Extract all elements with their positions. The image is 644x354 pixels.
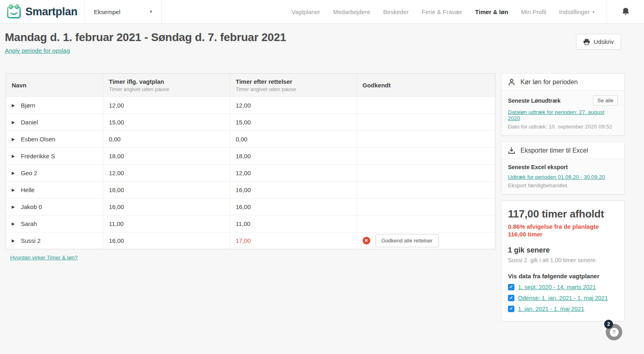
schedule-link[interactable]: 1. jan. 2021 - 1. maj 2021	[518, 306, 584, 312]
nav-item-indstillinger[interactable]: Indstillinger▾	[553, 0, 601, 23]
column-subtitle: Timer angivet uden pause	[109, 86, 224, 92]
hours-table-card: Navn Timer iflg. vagtplan Timer angivet …	[6, 73, 495, 249]
expand-row-icon[interactable]: ▶	[12, 154, 15, 158]
left-late-detail: Sussi 2. gik i alt 1,00 timer senere.	[508, 257, 618, 263]
nav-item-vagtplaner[interactable]: Vagtplaner	[285, 0, 326, 23]
notifications-button[interactable]	[607, 0, 644, 23]
planned-hours-value: 12,00	[103, 97, 230, 114]
approved-cell	[357, 215, 495, 232]
hours-table-header: Navn Timer iflg. vagtplan Timer angivet …	[6, 74, 495, 97]
planned-hours-value: 16,00	[103, 198, 230, 215]
nav-item-timer-løn[interactable]: Timer & løn	[469, 0, 514, 23]
page-header-left: Mandag d. 1. februar 2021 - Søndag d. 7.…	[5, 31, 576, 54]
nav-item-label: Beskeder	[383, 8, 409, 15]
set-period-link[interactable]: Angiv periode for opslag	[5, 47, 70, 54]
schedules-filter-list: ✓1. sept. 2020 - 14. marts 2021✓Odense: …	[508, 284, 618, 312]
planned-hours-value: 11,00	[103, 215, 230, 232]
expand-row-icon[interactable]: ▶	[12, 171, 15, 175]
table-row: ▶Sussi 216,0017,00✕Godkend alle rettelse…	[6, 232, 495, 249]
column-subtitle: Timer angivet uden pause	[236, 86, 351, 92]
approved-cell: ✕Godkend alle rettelser	[357, 232, 495, 249]
page-title: Mandag d. 1. februar 2021 - Søndag d. 7.…	[5, 31, 576, 44]
corrected-hours-value: 17,00	[230, 232, 357, 249]
expand-row-icon[interactable]: ▶	[12, 137, 15, 141]
table-row: ▶Geo 212,0012,00	[6, 164, 495, 181]
person-icon	[508, 79, 515, 86]
expand-row-icon[interactable]: ▶	[12, 120, 15, 124]
payroll-export-meta: Dato for udtræk: 10. september 2020 09:5…	[508, 124, 618, 130]
planned-hours-value: 15,00	[103, 114, 230, 130]
nav-item-label: Timer & løn	[475, 8, 508, 15]
corrected-hours-value: 16,00	[230, 181, 357, 198]
planned-hours-value: 18,00	[103, 147, 230, 164]
nav-item-min-profil[interactable]: Min Profil	[515, 0, 553, 23]
approve-all-corrections-button[interactable]: Godkend alle rettelser	[376, 234, 439, 247]
expand-row-icon[interactable]: ▶	[12, 238, 15, 243]
stats-card: 117,00 timer afholdt 0.86% afvigelse fra…	[501, 201, 625, 321]
expand-row-icon[interactable]: ▶	[12, 188, 15, 192]
excel-card-body: Seneste Excel eksport Udtræk for periode…	[502, 159, 624, 194]
expand-row-icon[interactable]: ▶	[12, 222, 15, 226]
nav-item-label: Min Profil	[521, 8, 547, 15]
payroll-export-link[interactable]: Dataløn udtræk for perioden: 27. august …	[508, 109, 618, 121]
brand-name: Smartplan	[25, 6, 77, 18]
help-button[interactable]: ? 2	[606, 324, 622, 340]
nav-item-beskeder[interactable]: Beskeder	[377, 0, 415, 23]
topnav-items: VagtplanerMedarbejdereBeskederFerie & Fr…	[285, 0, 601, 23]
see-all-button[interactable]: Se alle	[593, 95, 618, 106]
nav-item-ferie-fravær[interactable]: Ferie & Fravær	[415, 0, 469, 23]
workspace-selector[interactable]: Eksempel ▼	[85, 0, 162, 23]
employee-name: Sussi 2	[21, 237, 41, 244]
hours-table-body: ▶Bjørn12,0012,00▶Daniel15,0015,00▶Esben …	[6, 97, 495, 249]
excel-card: Eksporter timer til Excel Seneste Excel …	[501, 142, 625, 195]
column-label: Timer efter rettelser	[236, 78, 351, 85]
workspace-selector-value: Eksempel	[94, 8, 120, 15]
smartplan-logo[interactable]: Smartplan	[0, 0, 85, 23]
payroll-card-header[interactable]: Kør løn for perioden	[502, 74, 624, 91]
approved-cell	[357, 198, 495, 215]
column-header-name: Navn	[6, 74, 103, 97]
expand-row-icon[interactable]: ▶	[12, 103, 15, 108]
excel-card-title: Eksporter timer til Excel	[520, 147, 588, 154]
approved-cell	[357, 164, 495, 181]
schedule-link[interactable]: Odense: 1. jan. 2021 - 1. maj 2021	[518, 295, 608, 301]
how-it-works-link[interactable]: Hvordan virker Timer & løn?	[10, 255, 78, 261]
corrected-hours-value: 12,00	[230, 164, 357, 181]
employee-name: Helle	[21, 186, 35, 193]
checkbox-checked-icon[interactable]: ✓	[508, 284, 514, 290]
excel-card-header[interactable]: Eksporter timer til Excel	[502, 142, 624, 159]
chevron-down-icon: ▾	[592, 10, 594, 14]
nav-item-label: Indstillinger	[559, 8, 590, 15]
nav-item-medarbejdere[interactable]: Medarbejdere	[327, 0, 377, 23]
employee-name: Sarah	[21, 220, 37, 227]
corrected-hours-value: 0,00	[230, 130, 357, 147]
column-header-corrected-hours: Timer efter rettelser Timer angivet uden…	[230, 74, 357, 97]
checkbox-checked-icon[interactable]: ✓	[508, 306, 514, 312]
approved-cell	[357, 97, 495, 114]
table-row: ▶Bjørn12,0012,00	[6, 97, 495, 114]
employee-name: Frederikke S	[21, 153, 55, 159]
schedule-filter-item[interactable]: ✓1. jan. 2021 - 1. maj 2021	[508, 306, 618, 312]
schedule-filter-item[interactable]: ✓1. sept. 2020 - 14. marts 2021	[508, 284, 618, 290]
schedule-filter-item[interactable]: ✓Odense: 1. jan. 2021 - 1. maj 2021	[508, 295, 618, 301]
nav-item-label: Medarbejdere	[333, 8, 371, 15]
table-row: ▶Frederikke S18,0018,00	[6, 147, 495, 164]
hours-table: Navn Timer iflg. vagtplan Timer angivet …	[6, 74, 495, 249]
print-button[interactable]: Udskriv	[576, 34, 621, 50]
main-content: Navn Timer iflg. vagtplan Timer angivet …	[0, 54, 644, 321]
checkbox-checked-icon[interactable]: ✓	[508, 295, 514, 301]
corrected-hours-value: 16,00	[230, 198, 357, 215]
schedule-link[interactable]: 1. sept. 2020 - 14. marts 2021	[518, 284, 596, 290]
question-icon: ?	[610, 328, 619, 337]
calendar-smile-logo-icon	[6, 4, 21, 19]
excel-export-link[interactable]: Udtræk for perioden 01.09.20 - 30.09.20	[508, 174, 605, 180]
planned-hours-value: 16,00	[103, 232, 230, 249]
payroll-card-title: Kør løn for perioden	[520, 79, 578, 86]
expand-row-icon[interactable]: ▶	[12, 205, 15, 209]
hours-held-headline: 117,00 timer afholdt	[508, 208, 618, 220]
column-header-planned-hours: Timer iflg. vagtplan Timer angivet uden …	[103, 74, 230, 97]
table-row: ▶Helle16,0016,00	[6, 181, 495, 198]
payroll-card: Kør løn for perioden Seneste Lønudtræk S…	[501, 73, 625, 136]
schedules-filter-title: Vis data fra følgende vagtplaner	[508, 273, 618, 279]
approved-cell	[357, 147, 495, 164]
